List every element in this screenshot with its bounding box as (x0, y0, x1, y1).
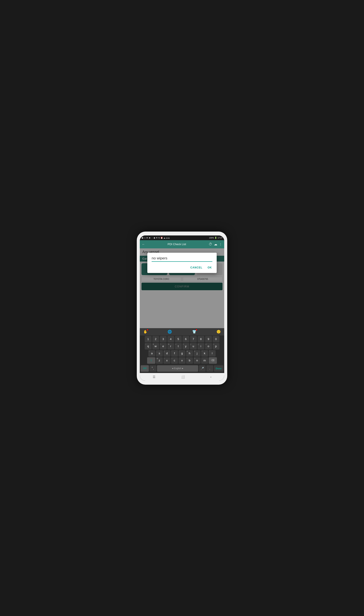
key-b[interactable]: !b (186, 357, 193, 364)
nfc-icon: N (158, 237, 160, 239)
shirt-icon[interactable]: 👕 (192, 330, 196, 334)
key-o[interactable]: <o (205, 343, 212, 350)
dialog-actions: CANCEL OK (152, 265, 212, 271)
key-p[interactable]: >p (213, 343, 220, 350)
hand-wave-icon[interactable]: ✋ (143, 330, 148, 334)
keyboard-rows: 1 2 3 4 5 6 7 8 9 0 ~q $w ^e %r + (140, 335, 224, 365)
shift-key[interactable]: ⇧ (147, 357, 155, 364)
space-key[interactable]: ◀ English ▶ (157, 365, 198, 372)
key-v[interactable]: v (179, 357, 185, 364)
clock-sync-icon[interactable]: ⏱ (209, 242, 212, 246)
key-t[interactable]: +t (175, 343, 182, 350)
dialog-input[interactable]: no wipers (152, 256, 212, 262)
key-1[interactable]: 1 (145, 336, 152, 342)
keyboard: ✋ 🌐 👕 🙂 1 2 3 4 5 6 (140, 328, 224, 373)
key-0[interactable]: 0 (213, 336, 220, 342)
number-row: 1 2 3 4 5 6 7 8 9 0 (141, 336, 223, 342)
key-h[interactable]: &h (186, 350, 193, 357)
key-c[interactable]: /c (171, 357, 178, 364)
status-bar: ▣ ◇ Ж ☻ ··· ◉ ✲ N ⏰ ☁ ▲▲ 100% 🔋 17:27 (140, 235, 224, 240)
key-n[interactable]: ?n (194, 357, 201, 364)
done-key[interactable]: Done (214, 365, 223, 372)
key-r[interactable]: %r (167, 343, 174, 350)
key-i[interactable]: ]i (197, 343, 204, 350)
delete-key[interactable]: ⌫ (209, 357, 217, 364)
key-w[interactable]: $w (152, 343, 159, 350)
space-language: English (174, 367, 181, 370)
contacts-icon: Ж (146, 237, 148, 239)
key-f[interactable]: :f (171, 350, 178, 357)
key-u[interactable]: [u (190, 343, 197, 350)
alarm-icon: ⏰ (160, 237, 163, 239)
key-5[interactable]: 5 (175, 336, 182, 342)
signal-icon: ▲▲ (166, 237, 170, 239)
status-icons-left: ▣ ◇ Ж ☻ ··· ◉ ✲ N ⏰ ☁ ▲▲ (142, 237, 170, 239)
main-content: Any vessel Car PDI 🚗 📷 1 💬 TOYOTA CORO 0… (140, 248, 224, 328)
space-arrow-right: ▶ (182, 367, 183, 369)
wifi-icon: ☁ (163, 237, 165, 239)
comma-key[interactable]: a , (149, 365, 156, 372)
bluetooth-icon: ✲ (156, 237, 158, 239)
app-title: PDI Check List (147, 243, 207, 246)
key-x[interactable]: /x (163, 357, 170, 364)
key-7[interactable]: 7 (190, 336, 197, 342)
menu-nav-icon[interactable]: ☰ (153, 375, 156, 379)
dots-icon: ··· (151, 237, 153, 239)
key-z[interactable]: @z (156, 357, 163, 364)
maps-icon: ◉ (154, 237, 155, 239)
more-options-icon[interactable]: ⋮ (219, 243, 222, 246)
key-2[interactable]: 2 (152, 336, 159, 342)
zxcv-row: ⇧ @z /x /c v !b ?n m ⌫ (141, 357, 223, 364)
key-4[interactable]: 4 (167, 336, 174, 342)
back-nav-icon[interactable]: ‹ (210, 375, 211, 379)
phone-screen: ▣ ◇ Ж ☻ ··· ◉ ✲ N ⏰ ☁ ▲▲ 100% 🔋 17:27 ← … (140, 235, 224, 381)
key-j[interactable]: #j (194, 350, 201, 357)
key-9[interactable]: 9 (205, 336, 212, 342)
microphone-key[interactable]: 🎤 (199, 365, 206, 372)
key-s[interactable]: _s (156, 350, 163, 357)
space-arrow-left: ◀ (172, 367, 173, 369)
screenshot-icon: ▣ (142, 237, 143, 239)
status-right: 100% 🔋 17:27 (209, 237, 222, 239)
key-y[interactable]: =y (182, 343, 189, 350)
navigation-bar: ☰ ⬜ ‹ (140, 373, 224, 381)
symbols-key[interactable]: 12# (141, 365, 149, 372)
time-display: 17:27 (218, 237, 222, 239)
globe-icon[interactable]: 🌐 (168, 330, 172, 334)
key-k[interactable]: *k (201, 350, 208, 357)
key-3[interactable]: 3 (160, 336, 167, 342)
cancel-button[interactable]: CANCEL (190, 265, 203, 270)
tag-icon: ◇ (144, 237, 146, 239)
key-6[interactable]: 6 (182, 336, 189, 342)
hand-notification-dot (147, 329, 148, 330)
dialog-overlay: no wipers CANCEL OK (140, 248, 224, 328)
shirt-notification-dot (196, 329, 197, 330)
keyboard-bottom-row: 12# a , ◀ English ▶ 🎤 . Done (140, 365, 224, 373)
key-d[interactable]: (d (163, 350, 170, 357)
cloud-icon[interactable]: ☁ (214, 242, 217, 246)
period-key[interactable]: . (206, 365, 213, 372)
battery-percent: 100% (209, 237, 214, 239)
input-dialog: no wipers CANCEL OK (147, 253, 216, 273)
key-a[interactable]: \a (148, 350, 155, 357)
key-m[interactable]: m (201, 357, 208, 364)
key-g[interactable]: ;g (179, 350, 185, 357)
home-nav-icon[interactable]: ⬜ (181, 375, 185, 379)
back-button[interactable]: ← (142, 243, 145, 246)
key-e[interactable]: ^e (160, 343, 167, 350)
battery-icon: 🔋 (215, 237, 217, 239)
key-8[interactable]: 8 (197, 336, 204, 342)
keyboard-toolbar: ✋ 🌐 👕 🙂 (140, 328, 224, 335)
key-q[interactable]: ~q (145, 343, 152, 350)
emoji-icon: ☻ (149, 237, 151, 239)
key-l[interactable]: "l (209, 350, 216, 357)
qwerty-row: ~q $w ^e %r +t =y [u ]i <o >p (141, 343, 223, 350)
emoji-keyboard-icon[interactable]: 🙂 (216, 330, 221, 334)
ok-button[interactable]: OK (207, 265, 212, 270)
app-bar: ← PDI Check List ⏱ ☁ ⋮ (140, 240, 224, 248)
phone-device: MI ▣ ◇ Ж ☻ ··· ◉ ✲ N ⏰ ☁ ▲▲ 100% 🔋 17:27 (137, 232, 227, 385)
asdf-row: \a _s (d :f ;g &h #j *k "l (141, 350, 223, 357)
